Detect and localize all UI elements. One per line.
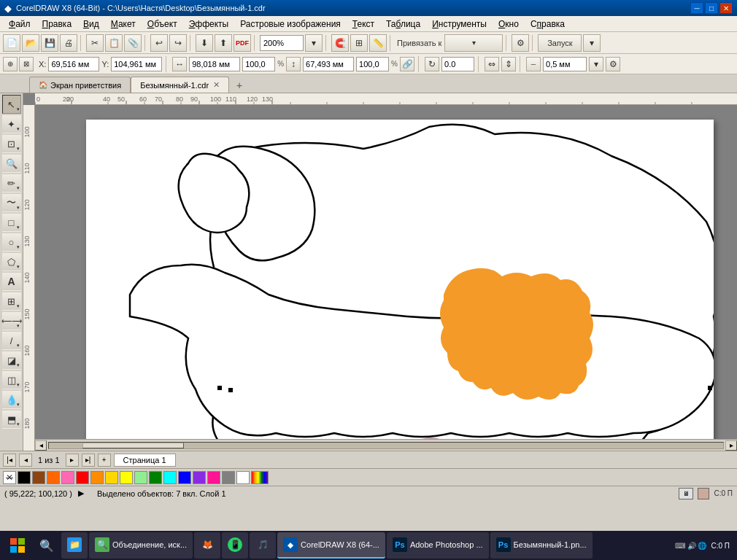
width-input[interactable]: 98,018 мм — [189, 57, 240, 71]
color-black[interactable] — [18, 471, 31, 484]
run-dropdown[interactable]: ▾ — [583, 34, 601, 52]
table-tool-btn[interactable]: ⊞ ▾ — [2, 292, 21, 311]
taskbar-music[interactable]: 🎵 — [250, 532, 276, 559]
menu-effects[interactable]: Эффекты — [183, 18, 235, 31]
eyedropper-btn[interactable]: 💧 ▾ — [2, 390, 21, 409]
color-brown[interactable] — [32, 471, 45, 484]
page-tab-1[interactable]: Страница 1 — [114, 454, 176, 467]
page-last[interactable]: ▸| — [82, 454, 95, 467]
color-gold[interactable] — [105, 471, 118, 484]
grid-btn[interactable]: ⊞ — [350, 34, 368, 52]
text-tool-btn[interactable]: A — [2, 272, 21, 291]
menu-help[interactable]: Справка — [525, 18, 571, 31]
export-button[interactable]: ⬆ — [215, 34, 232, 52]
taskbar-firefox[interactable]: 🦊 — [194, 532, 220, 559]
color-orange[interactable] — [47, 471, 60, 484]
page-next[interactable]: ▸ — [66, 454, 79, 467]
new-button[interactable]: 📄 — [3, 34, 20, 52]
color-dark-orange[interactable] — [90, 471, 104, 484]
undo-button[interactable]: ↩ — [150, 34, 168, 52]
connector-tool-btn[interactable]: / ▾ — [2, 331, 21, 350]
scroll-right[interactable]: ▸ — [725, 440, 737, 451]
menu-edit[interactable]: Правка — [36, 18, 78, 31]
dimension-tool-btn[interactable]: ⟵⟶ ▾ — [2, 311, 21, 330]
select-tool-btn[interactable]: ↖ ▾ — [2, 95, 21, 114]
tab-add-button[interactable]: + — [232, 78, 247, 93]
rect-tool-btn[interactable]: □ ▾ — [2, 213, 21, 232]
color-light-green[interactable] — [134, 471, 147, 484]
zoom-tool-btn[interactable]: 🔍 — [2, 154, 21, 173]
paste-button[interactable]: 📎 — [124, 34, 142, 52]
taskbar-photoshop2[interactable]: Ps Безымянный-1.pn... — [490, 532, 593, 559]
maximize-button[interactable]: □ — [705, 2, 718, 14]
color-white[interactable] — [236, 471, 250, 484]
redo-button[interactable]: ↪ — [169, 34, 187, 52]
options-button[interactable]: ⚙ — [512, 34, 529, 52]
mirror-h[interactable]: ⇔ — [485, 57, 499, 71]
color-deep-pink[interactable] — [207, 471, 220, 484]
menu-layout[interactable]: Макет — [105, 18, 142, 31]
y-input[interactable]: 104,961 мм — [111, 57, 162, 71]
copy-button[interactable]: 📋 — [105, 34, 123, 52]
color-violet[interactable] — [193, 471, 206, 484]
height-pct[interactable]: 100,0 — [356, 57, 389, 71]
taskbar-photoshop1[interactable]: Ps Adobe Photoshop ... — [387, 532, 489, 559]
canvas-scroll[interactable]: |◁ — [35, 105, 737, 451]
scrollbar-h[interactable]: ◂ ▸ — [35, 439, 737, 451]
taskbar-whatsapp[interactable]: 📱 — [222, 532, 248, 559]
x-input[interactable]: 69,516 мм — [48, 57, 99, 71]
height-input[interactable]: 67,493 мм — [303, 57, 354, 71]
minimize-button[interactable]: ─ — [690, 2, 703, 14]
thickness-input[interactable]: 0,5 мм — [543, 57, 587, 71]
print-button[interactable]: 🖨 — [60, 34, 77, 52]
taskbar-files[interactable]: 📁 — [61, 532, 88, 559]
tab-document[interactable]: Безымянный-1.cdr ✕ — [131, 77, 229, 93]
color-blue[interactable] — [178, 471, 191, 484]
search-button[interactable]: 🔍 — [34, 532, 60, 559]
menu-table[interactable]: Таблица — [380, 18, 426, 31]
tab-close[interactable]: ✕ — [213, 80, 220, 90]
menu-bitmaps[interactable]: Растровые изображения — [234, 18, 347, 31]
cut-button[interactable]: ✂ — [86, 34, 104, 52]
interactive-fill-btn[interactable]: ⬒ ▾ — [2, 410, 21, 429]
import-button[interactable]: ⬇ — [196, 34, 213, 52]
shape-tool-btn[interactable]: ✦ ▾ — [2, 114, 21, 133]
color-green[interactable] — [149, 471, 162, 484]
ruler-btn[interactable]: 📏 — [369, 34, 387, 52]
page-first[interactable]: |◂ — [3, 454, 16, 467]
polygon-tool-btn[interactable]: ⬠ ▾ — [2, 252, 21, 271]
run-button[interactable]: Запуск — [538, 34, 582, 52]
color-more[interactable] — [251, 471, 269, 484]
menu-object[interactable]: Объект — [142, 18, 183, 31]
color-red[interactable] — [76, 471, 89, 484]
menu-window[interactable]: Окно — [493, 18, 525, 31]
no-color-swatch[interactable]: ✕ — [3, 471, 16, 484]
pdf-button[interactable]: PDF — [234, 34, 251, 52]
snap-btn[interactable]: 🧲 — [331, 34, 349, 52]
taskbar-search-app[interactable]: 🔍 Объединение, иск... — [89, 532, 193, 559]
lock-aspect[interactable]: 🔗 — [400, 57, 414, 71]
angle-input[interactable]: 0.0 — [441, 57, 474, 71]
page-prev[interactable]: ◂ — [19, 454, 32, 467]
taskbar-coreldraw[interactable]: ◆ CorelDRAW X8 (64-... — [277, 532, 385, 559]
scroll-thumb-h[interactable] — [82, 443, 184, 448]
freehand-tool-btn[interactable]: ✏ ▾ — [2, 174, 21, 192]
start-button[interactable] — [3, 532, 32, 559]
thickness-dropdown[interactable]: ▾ — [589, 57, 603, 71]
ellipse-tool-btn[interactable]: ○ ▾ — [2, 233, 21, 252]
color-yellow[interactable] — [120, 471, 133, 484]
scroll-track-h[interactable] — [48, 442, 724, 449]
artistic-media-btn[interactable]: 〜 ▾ — [2, 193, 21, 212]
transparency-tool-btn[interactable]: ◫ ▾ — [2, 370, 21, 389]
zoom-down[interactable]: ▾ — [305, 34, 323, 52]
tab-welcome[interactable]: 🏠 Экран приветствия — [29, 77, 131, 93]
menu-text[interactable]: Текст — [347, 18, 380, 31]
scroll-left[interactable]: ◂ — [35, 440, 47, 451]
color-cyan[interactable] — [163, 471, 177, 484]
save-button[interactable]: 💾 — [41, 34, 58, 52]
color-pink[interactable] — [61, 471, 74, 484]
settings-btn[interactable]: ⚙ — [606, 57, 620, 71]
menu-view[interactable]: Вид — [77, 18, 105, 31]
width-pct[interactable]: 100,0 — [242, 57, 275, 71]
obj-pos-icon[interactable]: ⊕ — [3, 57, 18, 71]
